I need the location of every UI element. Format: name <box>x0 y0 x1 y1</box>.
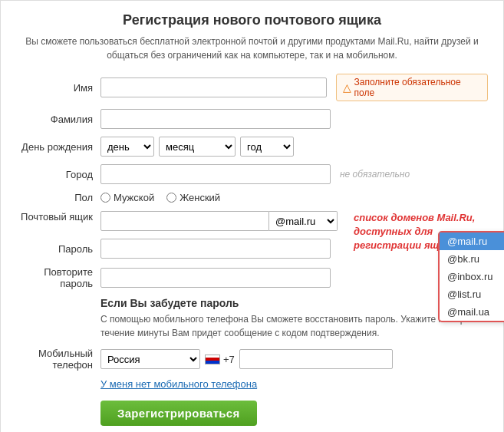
city-input[interactable] <box>100 164 331 184</box>
register-button[interactable]: Зарегистрироваться <box>100 401 257 426</box>
gender-female-radio[interactable] <box>166 193 176 203</box>
error-text: Заполните обязательное поле <box>354 77 481 98</box>
surname-label: Фамилия <box>16 114 100 125</box>
page-subtitle: Вы сможете пользоваться бесплатной элект… <box>16 35 488 62</box>
gender-label: Пол <box>16 192 100 203</box>
confirm-control <box>100 268 488 288</box>
russia-flag-icon <box>205 355 220 364</box>
city-control: не обязательно <box>100 164 488 184</box>
gender-female-text: Женский <box>180 192 220 203</box>
gender-female-label[interactable]: Женский <box>166 192 220 203</box>
domain-dropdown: @mail.ru @bk.ru @inbox.ru @list.ru @mail… <box>438 231 504 322</box>
email-row: Почтовый ящик @mail.ru @bk.ru @inbox.ru … <box>16 211 488 231</box>
name-control: △ Заполните обязательное поле <box>100 74 488 101</box>
name-input[interactable] <box>100 77 327 97</box>
gender-male-text: Мужской <box>114 192 154 203</box>
no-phone-link[interactable]: У меня нет мобильного телефона <box>100 378 257 390</box>
mobile-control: Россия +7 <box>100 349 488 369</box>
confirm-label: Повторите пароль <box>16 266 100 289</box>
email-control: @mail.ru @bk.ru @inbox.ru @list.ru @mail… <box>100 211 338 231</box>
city-label: Город <box>16 169 100 180</box>
domain-option-mailru[interactable]: @mail.ru <box>440 232 504 250</box>
phone-code-text: +7 <box>223 354 235 365</box>
domain-option-inboxru[interactable]: @inbox.ru <box>440 268 504 285</box>
optional-text: не обязательно <box>340 169 410 180</box>
year-select[interactable]: год <box>240 137 294 157</box>
day-select[interactable]: день <box>100 137 154 157</box>
birthday-control: день месяц год <box>100 137 488 157</box>
city-row: Город не обязательно <box>16 164 488 184</box>
email-input[interactable] <box>100 211 269 231</box>
country-select[interactable]: Россия <box>100 349 200 369</box>
warning-icon: △ <box>343 81 351 94</box>
phone-input[interactable] <box>239 349 393 369</box>
register-btn-wrap: Зарегистрироваться <box>100 401 488 426</box>
month-select[interactable]: месяц <box>159 137 236 157</box>
password-input[interactable] <box>100 239 331 259</box>
birthday-label: День рождения <box>16 141 100 153</box>
name-row: Имя △ Заполните обязательное поле <box>16 74 488 101</box>
gender-male-label[interactable]: Мужской <box>100 192 154 203</box>
gender-row: Пол Мужской Женский <box>16 192 488 203</box>
page-title: Регистрация нового почтового ящика <box>16 12 488 28</box>
domain-option-bkru[interactable]: @bk.ru <box>440 250 504 268</box>
domain-option-listru[interactable]: @list.ru <box>440 285 504 303</box>
confirm-input[interactable] <box>100 268 331 288</box>
mobile-label: Мобильный телефон <box>16 348 100 371</box>
domain-select-wrap: @mail.ru @bk.ru @inbox.ru @list.ru @mail… <box>269 211 338 231</box>
mobile-row: Мобильный телефон Россия +7 <box>16 348 488 371</box>
name-error: △ Заполните обязательное поле <box>336 74 488 101</box>
email-label: Почтовый ящик <box>16 211 100 223</box>
flag-code-wrap: +7 <box>205 354 235 365</box>
gender-control: Мужской Женский <box>100 192 488 203</box>
surname-row: Фамилия <box>16 109 488 129</box>
registration-page: Регистрация нового почтового ящика Вы см… <box>0 0 504 432</box>
surname-control <box>100 109 488 129</box>
confirm-row: Повторите пароль <box>16 266 488 289</box>
surname-input[interactable] <box>100 109 331 129</box>
gender-male-radio[interactable] <box>100 193 110 203</box>
name-label: Имя <box>16 82 100 94</box>
password-label: Пароль <box>16 243 100 255</box>
no-phone-wrap: У меня нет мобильного телефона <box>100 378 488 390</box>
recovery-section-title: Если Вы забудете пароль <box>100 297 488 309</box>
domain-option-mailua[interactable]: @mail.ua <box>440 303 504 321</box>
recovery-section-desc: С помощью мобильного телефона Вы сможете… <box>100 312 488 340</box>
domain-select[interactable]: @mail.ru @bk.ru @inbox.ru @list.ru @mail… <box>269 211 338 231</box>
birthday-row: День рождения день месяц год <box>16 137 488 157</box>
